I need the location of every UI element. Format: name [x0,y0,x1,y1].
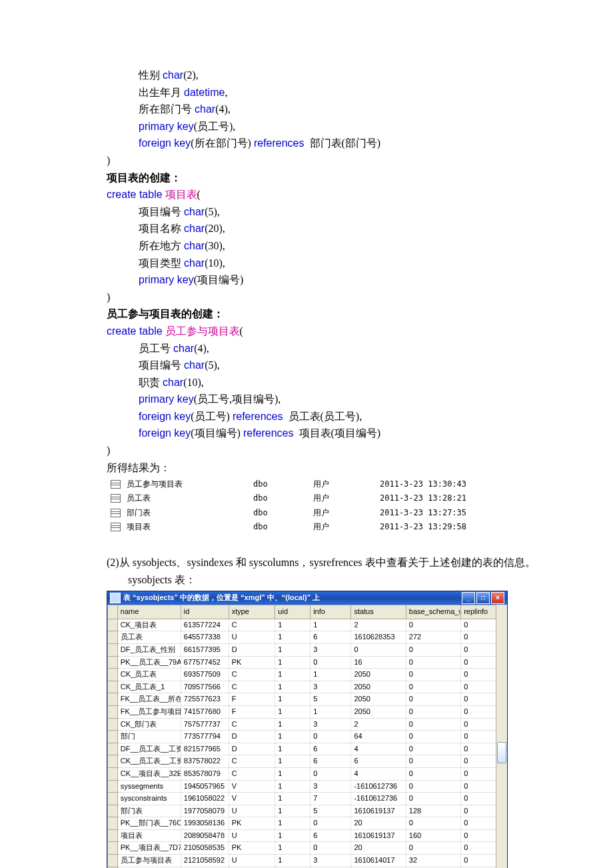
cell[interactable]: 1 [310,619,351,631]
table-row[interactable]: 部门表dbo用户2011-3-23 13:27:35 [107,506,484,520]
cell[interactable]: sysconstraints [117,793,181,805]
cell[interactable]: 1 [275,731,310,743]
cell[interactable]: 0 [461,693,496,706]
cell[interactable]: 32 [406,855,460,867]
cell[interactable]: 0 [406,656,460,669]
cell[interactable]: PK__项目表__7D7 [117,842,181,855]
cell[interactable]: 0 [406,767,460,780]
cell[interactable]: 0 [406,755,460,768]
cell[interactable]: 项目表 [117,829,181,842]
cell[interactable]: PK__部门表__76C [117,817,181,830]
cell[interactable]: 0 [461,817,496,830]
cell[interactable]: 6 [310,755,351,768]
cell[interactable]: 1 [275,780,310,793]
cell[interactable]: 员工参与项目表 [117,855,181,867]
cell[interactable]: 272 [406,631,460,644]
cell[interactable]: 1 [275,656,310,669]
cell[interactable]: 1610628353 [351,631,406,644]
cell[interactable]: 1 [310,705,351,718]
grid-row[interactable]: syssegments1945057965V13-161061273600 [108,780,496,793]
cell[interactable]: FK__员工参与项目 [117,705,181,718]
cell[interactable]: 20 [351,842,406,855]
cell[interactable]: 64 [351,731,406,743]
cell[interactable]: 5 [310,805,351,817]
cell[interactable]: 2 [351,619,406,631]
cell[interactable]: 0 [461,705,496,718]
cell[interactable]: U [229,829,275,842]
cell[interactable]: 0 [461,681,496,693]
column-header[interactable]: id [181,605,229,619]
cell[interactable]: CK_员工表 [117,669,181,681]
cell[interactable]: F [229,693,275,706]
cell[interactable]: 1610619137 [351,805,406,817]
cell[interactable]: CK__员工表__工资 [117,755,181,768]
column-header[interactable]: info [310,605,351,619]
grid-row[interactable]: CK_项目表613577224C11200 [108,619,496,631]
cell[interactable]: PK [229,817,275,830]
cell[interactable]: 1 [310,669,351,681]
cell[interactable]: 0 [461,855,496,867]
cell[interactable]: CK_员工表_1 [117,681,181,693]
cell[interactable]: DF_员工表_性别 [117,643,181,656]
cell[interactable]: 0 [310,842,351,855]
cell[interactable]: 1 [275,793,310,805]
cell[interactable]: 0 [406,817,460,830]
cell[interactable]: 1945057965 [181,780,229,793]
cell[interactable]: CK_项目表 [117,619,181,631]
column-header[interactable]: base_schema_ver [406,605,460,619]
cell[interactable]: C [229,767,275,780]
grid-row[interactable]: DF_员工表_性别661577395D13000 [108,643,496,656]
cell[interactable]: 2050 [351,669,406,681]
cell[interactable]: 6 [310,829,351,842]
cell[interactable]: 员工表 [117,631,181,644]
cell[interactable]: 0 [406,842,460,855]
cell[interactable]: 1 [275,805,310,817]
cell[interactable]: C [229,755,275,768]
cell[interactable]: 6 [310,631,351,644]
cell[interactable]: 160 [406,829,460,842]
cell[interactable]: 3 [310,681,351,693]
cell[interactable]: CK__项目表__32E [117,767,181,780]
grid-row[interactable]: 部门表1977058079U1516106191371280 [108,805,496,817]
cell[interactable]: 0 [310,817,351,830]
cell[interactable]: 0 [461,767,496,780]
cell[interactable]: 2121058592 [181,855,229,867]
cell[interactable]: 1 [275,842,310,855]
cell[interactable]: C [229,681,275,693]
cell[interactable]: 2050 [351,705,406,718]
cell[interactable]: DF__员工表__工资 [117,743,181,755]
cell[interactable]: 725577623 [181,693,229,706]
cell[interactable]: 821577965 [181,743,229,755]
grid-row[interactable]: 项目表2089058478U1616106191371600 [108,829,496,842]
cell[interactable]: 0 [461,805,496,817]
cell[interactable]: 20 [351,817,406,830]
cell[interactable]: 0 [406,693,460,706]
cell[interactable]: 0 [406,619,460,631]
cell[interactable]: 0 [461,829,496,842]
close-button[interactable]: × [491,592,504,604]
cell[interactable]: 1 [275,817,310,830]
cell[interactable]: 7 [310,793,351,805]
grid-row[interactable]: PK__部门表__76C1993058136PK102000 [108,817,496,830]
cell[interactable]: 3 [310,643,351,656]
cell[interactable]: 0 [461,755,496,768]
grid-row[interactable]: PK__员工表__79A677577452PK101600 [108,656,496,669]
grid-row[interactable]: CK_员工表_1709577566C13205000 [108,681,496,693]
cell[interactable]: 853578079 [181,767,229,780]
cell[interactable]: 1 [275,681,310,693]
cell[interactable]: 2089058478 [181,829,229,842]
cell[interactable]: 693577509 [181,669,229,681]
cell[interactable]: 0 [351,643,406,656]
cell[interactable]: 0 [461,793,496,805]
cell[interactable]: 3 [310,855,351,867]
titlebar[interactable]: 表 “sysobjects” 中的数据，位置是 “xmgl” 中、“(local… [107,591,507,605]
cell[interactable]: 3 [310,718,351,731]
cell[interactable]: 1 [275,631,310,644]
cell[interactable]: PK [229,656,275,669]
cell[interactable]: 1961058022 [181,793,229,805]
cell[interactable]: D [229,743,275,755]
cell[interactable]: C [229,619,275,631]
cell[interactable]: 4 [351,767,406,780]
grid-row[interactable]: CK__员工表__工资837578022C16600 [108,755,496,768]
cell[interactable]: 0 [406,705,460,718]
